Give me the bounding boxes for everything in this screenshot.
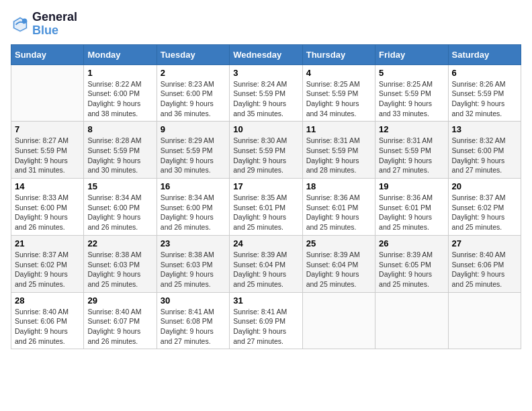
calendar-cell: 28Sunrise: 8:40 AMSunset: 6:06 PMDayligh… — [11, 292, 84, 349]
calendar-cell: 11Sunrise: 8:31 AMSunset: 5:59 PMDayligh… — [302, 122, 375, 179]
header-day-saturday: Saturday — [448, 44, 521, 64]
calendar-table: SundayMondayTuesdayWednesdayThursdayFrid… — [11, 44, 521, 350]
calendar-cell: 2Sunrise: 8:23 AMSunset: 6:00 PMDaylight… — [157, 64, 229, 122]
calendar-cell — [375, 292, 448, 349]
calendar-cell: 20Sunrise: 8:37 AMSunset: 6:02 PMDayligh… — [448, 179, 521, 236]
calendar-cell: 10Sunrise: 8:30 AMSunset: 5:59 PMDayligh… — [230, 122, 302, 179]
header-row: SundayMondayTuesdayWednesdayThursdayFrid… — [11, 44, 521, 64]
cell-info: Sunrise: 8:36 AMSunset: 6:01 PMDaylight:… — [306, 193, 371, 232]
calendar-cell: 7Sunrise: 8:27 AMSunset: 5:59 PMDaylight… — [11, 122, 84, 179]
day-number: 30 — [161, 295, 226, 306]
cell-info: Sunrise: 8:37 AMSunset: 6:02 PMDaylight:… — [452, 193, 517, 232]
cell-info: Sunrise: 8:26 AMSunset: 5:59 PMDaylight:… — [452, 79, 517, 119]
calendar-cell: 17Sunrise: 8:35 AMSunset: 6:01 PMDayligh… — [230, 179, 302, 236]
cell-info: Sunrise: 8:31 AMSunset: 5:59 PMDaylight:… — [306, 136, 371, 175]
day-number: 13 — [452, 124, 517, 134]
day-number: 16 — [161, 181, 226, 191]
day-number: 22 — [87, 238, 152, 248]
calendar-cell: 23Sunrise: 8:38 AMSunset: 6:03 PMDayligh… — [157, 235, 229, 292]
cell-info: Sunrise: 8:41 AMSunset: 6:08 PMDaylight:… — [161, 307, 226, 347]
calendar-cell: 19Sunrise: 8:36 AMSunset: 6:01 PMDayligh… — [375, 179, 448, 236]
header-day-wednesday: Wednesday — [230, 44, 302, 64]
day-number: 28 — [15, 295, 80, 306]
day-number: 9 — [161, 124, 226, 134]
day-number: 2 — [161, 68, 226, 78]
calendar-cell: 27Sunrise: 8:40 AMSunset: 6:06 PMDayligh… — [448, 235, 521, 292]
day-number: 31 — [233, 295, 298, 306]
week-row-5: 28Sunrise: 8:40 AMSunset: 6:06 PMDayligh… — [11, 292, 521, 349]
cell-info: Sunrise: 8:38 AMSunset: 6:03 PMDaylight:… — [161, 250, 226, 289]
day-number: 27 — [452, 238, 517, 248]
calendar-cell: 24Sunrise: 8:39 AMSunset: 6:04 PMDayligh… — [230, 235, 302, 292]
calendar-header: SundayMondayTuesdayWednesdayThursdayFrid… — [11, 44, 521, 64]
cell-info: Sunrise: 8:23 AMSunset: 6:00 PMDaylight:… — [161, 79, 226, 119]
cell-info: Sunrise: 8:37 AMSunset: 6:02 PMDaylight:… — [15, 250, 80, 289]
day-number: 25 — [306, 238, 371, 248]
calendar-cell: 15Sunrise: 8:34 AMSunset: 6:00 PMDayligh… — [84, 179, 157, 236]
calendar-cell: 1Sunrise: 8:22 AMSunset: 6:00 PMDaylight… — [84, 64, 157, 122]
cell-info: Sunrise: 8:22 AMSunset: 6:00 PMDaylight:… — [87, 79, 152, 119]
cell-info: Sunrise: 8:41 AMSunset: 6:09 PMDaylight:… — [233, 307, 298, 347]
calendar-cell — [448, 292, 521, 349]
calendar-cell: 13Sunrise: 8:32 AMSunset: 6:00 PMDayligh… — [448, 122, 521, 179]
week-row-4: 21Sunrise: 8:37 AMSunset: 6:02 PMDayligh… — [11, 235, 521, 292]
week-row-1: 1Sunrise: 8:22 AMSunset: 6:00 PMDaylight… — [11, 64, 521, 122]
header-day-monday: Monday — [84, 44, 157, 64]
calendar-cell: 4Sunrise: 8:25 AMSunset: 5:59 PMDaylight… — [302, 64, 375, 122]
cell-info: Sunrise: 8:39 AMSunset: 6:04 PMDaylight:… — [233, 250, 298, 289]
day-number: 21 — [15, 238, 80, 248]
calendar-cell — [11, 64, 84, 122]
cell-info: Sunrise: 8:28 AMSunset: 5:59 PMDaylight:… — [87, 136, 152, 175]
day-number: 3 — [233, 68, 298, 78]
calendar-cell: 31Sunrise: 8:41 AMSunset: 6:09 PMDayligh… — [230, 292, 302, 349]
day-number: 6 — [452, 68, 517, 78]
cell-info: Sunrise: 8:40 AMSunset: 6:06 PMDaylight:… — [15, 307, 80, 347]
header-day-thursday: Thursday — [302, 44, 375, 64]
day-number: 7 — [15, 124, 80, 134]
logo-text: General Blue — [32, 11, 77, 38]
calendar-cell: 6Sunrise: 8:26 AMSunset: 5:59 PMDaylight… — [448, 64, 521, 122]
cell-info: Sunrise: 8:33 AMSunset: 6:00 PMDaylight:… — [15, 193, 80, 232]
cell-info: Sunrise: 8:25 AMSunset: 5:59 PMDaylight:… — [306, 79, 371, 119]
calendar-cell: 18Sunrise: 8:36 AMSunset: 6:01 PMDayligh… — [302, 179, 375, 236]
calendar-cell — [302, 292, 375, 349]
day-number: 17 — [233, 181, 298, 191]
calendar-body: 1Sunrise: 8:22 AMSunset: 6:00 PMDaylight… — [11, 64, 521, 349]
svg-point-2 — [22, 18, 27, 23]
cell-info: Sunrise: 8:30 AMSunset: 5:59 PMDaylight:… — [233, 136, 298, 175]
logo-icon — [11, 15, 30, 34]
day-number: 23 — [161, 238, 226, 248]
cell-info: Sunrise: 8:32 AMSunset: 6:00 PMDaylight:… — [452, 136, 517, 175]
calendar-cell: 22Sunrise: 8:38 AMSunset: 6:03 PMDayligh… — [84, 235, 157, 292]
calendar-cell: 29Sunrise: 8:40 AMSunset: 6:07 PMDayligh… — [84, 292, 157, 349]
calendar-cell: 26Sunrise: 8:39 AMSunset: 6:05 PMDayligh… — [375, 235, 448, 292]
cell-info: Sunrise: 8:25 AMSunset: 5:59 PMDaylight:… — [379, 79, 444, 119]
day-number: 1 — [87, 68, 152, 78]
calendar-cell: 3Sunrise: 8:24 AMSunset: 5:59 PMDaylight… — [230, 64, 302, 122]
header-day-friday: Friday — [375, 44, 448, 64]
cell-info: Sunrise: 8:40 AMSunset: 6:06 PMDaylight:… — [452, 250, 517, 289]
day-number: 20 — [452, 181, 517, 191]
day-number: 24 — [233, 238, 298, 248]
cell-info: Sunrise: 8:34 AMSunset: 6:00 PMDaylight:… — [161, 193, 226, 232]
calendar-cell: 9Sunrise: 8:29 AMSunset: 5:59 PMDaylight… — [157, 122, 229, 179]
day-number: 15 — [87, 181, 152, 191]
calendar-cell: 8Sunrise: 8:28 AMSunset: 5:59 PMDaylight… — [84, 122, 157, 179]
page-header: General Blue — [11, 11, 521, 38]
calendar-cell: 25Sunrise: 8:39 AMSunset: 6:04 PMDayligh… — [302, 235, 375, 292]
calendar-cell: 12Sunrise: 8:31 AMSunset: 5:59 PMDayligh… — [375, 122, 448, 179]
cell-info: Sunrise: 8:35 AMSunset: 6:01 PMDaylight:… — [233, 193, 298, 232]
cell-info: Sunrise: 8:34 AMSunset: 6:00 PMDaylight:… — [87, 193, 152, 232]
calendar-cell: 21Sunrise: 8:37 AMSunset: 6:02 PMDayligh… — [11, 235, 84, 292]
day-number: 18 — [306, 181, 371, 191]
cell-info: Sunrise: 8:29 AMSunset: 5:59 PMDaylight:… — [161, 136, 226, 175]
cell-info: Sunrise: 8:31 AMSunset: 5:59 PMDaylight:… — [379, 136, 444, 175]
day-number: 19 — [379, 181, 444, 191]
day-number: 8 — [87, 124, 152, 134]
day-number: 5 — [379, 68, 444, 78]
calendar-cell: 30Sunrise: 8:41 AMSunset: 6:08 PMDayligh… — [157, 292, 229, 349]
cell-info: Sunrise: 8:40 AMSunset: 6:07 PMDaylight:… — [87, 307, 152, 347]
header-day-tuesday: Tuesday — [157, 44, 229, 64]
day-number: 12 — [379, 124, 444, 134]
day-number: 4 — [306, 68, 371, 78]
